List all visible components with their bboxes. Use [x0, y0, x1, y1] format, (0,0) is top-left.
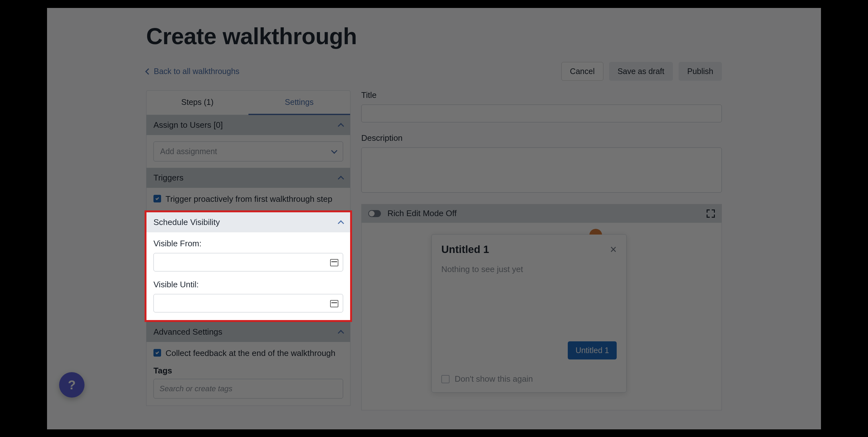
cancel-button[interactable]: Cancel [561, 62, 603, 81]
visible-from-input[interactable] [153, 253, 343, 271]
close-icon[interactable]: × [610, 246, 617, 253]
schedule-header-label: Schedule Visibility [153, 217, 220, 227]
popover-action-button[interactable]: Untitled 1 [568, 341, 617, 359]
rich-edit-toggle[interactable] [368, 210, 381, 217]
preview-popover: Untitled 1 × Nothing to see just yet Unt… [431, 234, 626, 392]
tags-input[interactable]: Search or create tags [153, 379, 343, 399]
visible-until-input[interactable] [153, 294, 343, 313]
tab-steps[interactable]: Steps (1) [147, 91, 248, 115]
assign-header-label: Assign to Users [0] [153, 120, 223, 130]
triggers-header-label: Triggers [153, 173, 183, 183]
calendar-icon [330, 299, 338, 307]
chevron-up-icon [338, 123, 344, 129]
popover-body: Nothing to see just yet [432, 259, 626, 341]
popover-pointer-icon [589, 227, 602, 235]
chevron-up-icon [338, 330, 344, 336]
add-assignment-dropdown[interactable]: Add assignment [153, 141, 343, 162]
popover-title: Untitled 1 [441, 243, 489, 256]
dont-show-label: Don't show this again [455, 374, 533, 384]
expand-icon[interactable] [707, 209, 715, 218]
assignment-placeholder: Add assignment [160, 147, 217, 156]
chevron-left-icon [145, 68, 152, 75]
collect-feedback-checkbox[interactable] [153, 349, 161, 357]
advanced-section-header[interactable]: Advanced Settings [147, 322, 350, 342]
advanced-header-label: Advanced Settings [153, 327, 222, 337]
chevron-up-icon [338, 176, 344, 182]
title-label: Title [361, 90, 722, 100]
trigger-proactive-checkbox[interactable] [153, 195, 161, 202]
page-title: Create walkthrough [146, 23, 821, 49]
description-label: Description [361, 133, 722, 143]
preview-area: Untitled 1 × Nothing to see just yet Unt… [361, 223, 722, 410]
save-draft-button[interactable]: Save as draft [609, 62, 673, 81]
description-input[interactable] [361, 147, 722, 193]
trigger-proactive-label: Trigger proactively from first walkthrou… [165, 194, 332, 205]
assign-section-header[interactable]: Assign to Users [0] [147, 115, 350, 135]
title-input[interactable] [361, 105, 722, 122]
question-icon: ? [68, 378, 75, 392]
triggers-section-header[interactable]: Triggers [147, 168, 350, 188]
visible-until-label: Visible Until: [153, 280, 343, 290]
dont-show-checkbox[interactable] [441, 375, 450, 383]
rich-edit-label: Rich Edit Mode Off [387, 208, 457, 218]
collect-feedback-label: Collect feedback at the end of the walkt… [165, 348, 336, 359]
calendar-icon [330, 258, 338, 266]
chevron-up-icon [338, 220, 344, 227]
publish-button[interactable]: Publish [679, 62, 722, 81]
tab-settings[interactable]: Settings [248, 91, 350, 115]
schedule-section-header[interactable]: Schedule Visibility [147, 212, 350, 232]
back-to-walkthroughs-link[interactable]: Back to all walkthroughs [146, 67, 240, 76]
chevron-down-icon [331, 147, 337, 154]
schedule-visibility-section: Schedule Visibility Visible From: Visibl… [145, 210, 352, 322]
back-link-label: Back to all walkthroughs [154, 67, 240, 76]
visible-from-label: Visible From: [153, 239, 343, 249]
tags-label: Tags [153, 366, 343, 376]
help-fab[interactable]: ? [59, 372, 85, 398]
